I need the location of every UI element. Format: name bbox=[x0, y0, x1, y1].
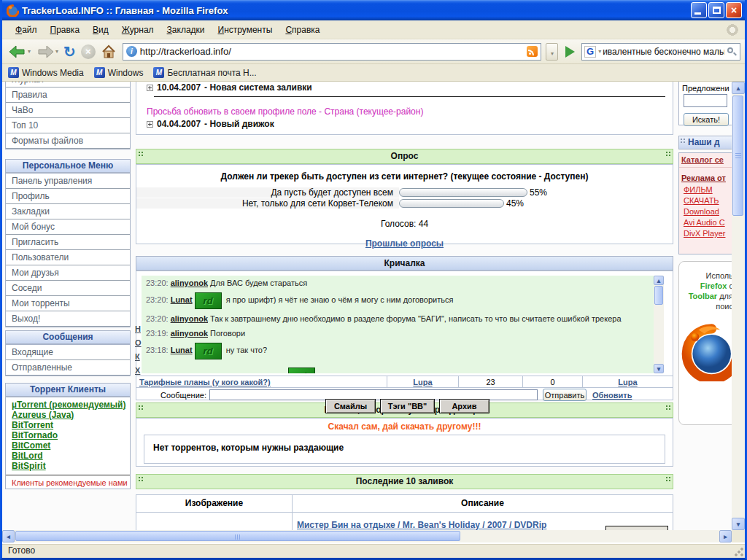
forward-button[interactable]: ▾ bbox=[34, 42, 60, 62]
sidebar-item[interactable]: Правила bbox=[6, 88, 130, 103]
resize-grip[interactable] bbox=[734, 547, 744, 557]
bookmark-item[interactable]: M Windows bbox=[94, 67, 144, 78]
bb-tags-button[interactable]: Тэги "BB" bbox=[380, 399, 435, 413]
menu-item[interactable]: Журнал bbox=[116, 23, 160, 37]
suggest-input[interactable] bbox=[684, 94, 727, 107]
sidebar-item[interactable]: Мой бонус bbox=[6, 219, 130, 235]
torrent-client-link[interactable]: BitTorrent bbox=[6, 421, 130, 431]
clipped-link[interactable]: Х bbox=[135, 366, 142, 380]
chat-user-link[interactable]: Lunat bbox=[171, 295, 193, 304]
clipped-link[interactable]: О bbox=[135, 338, 142, 352]
sidebar-item[interactable]: Соседи bbox=[6, 281, 130, 296]
sidebar-item[interactable]: Отправленные bbox=[6, 360, 130, 376]
sidebar-item[interactable]: Пользователи bbox=[6, 250, 130, 265]
go-button[interactable] bbox=[560, 42, 579, 61]
refresh-link[interactable]: Обновить bbox=[592, 391, 632, 400]
url-bar[interactable]: i bbox=[123, 43, 541, 61]
chat-scroll-thumb[interactable] bbox=[654, 286, 663, 305]
news-title[interactable]: - Новая система заливки bbox=[204, 82, 312, 93]
rss-feed-icon[interactable] bbox=[527, 46, 538, 57]
ad-link[interactable]: Avi Audio C bbox=[679, 217, 732, 228]
search-bar[interactable]: G ▾ bbox=[581, 43, 740, 61]
sidebar-item[interactable]: Форматы файлов bbox=[6, 133, 130, 149]
topic-user-link[interactable]: Lupa bbox=[413, 378, 432, 386]
back-button[interactable]: ▾ bbox=[7, 42, 32, 62]
ad-link[interactable]: ФИЛЬМ bbox=[679, 184, 732, 195]
chat-scroll-up-icon[interactable]: ▴ bbox=[654, 276, 664, 285]
firefox-promo-box[interactable]: Исполь Firefox с Toolbar для поис bbox=[678, 261, 732, 425]
sidebar-item[interactable]: Входящие bbox=[6, 345, 130, 360]
minimize-button[interactable] bbox=[691, 2, 707, 18]
sidebar-item[interactable]: Топ 10 bbox=[6, 118, 130, 133]
menu-item[interactable]: Правка bbox=[44, 23, 86, 37]
menu-item[interactable]: Инструменты bbox=[212, 23, 279, 37]
sidebar-item[interactable]: Мои друзья bbox=[6, 265, 130, 281]
clipped-link[interactable]: Н bbox=[135, 324, 142, 338]
scroll-down-icon[interactable]: ▾ bbox=[732, 518, 745, 530]
chat-scrollbar[interactable]: ▴ ▾ bbox=[654, 276, 664, 373]
expand-icon[interactable] bbox=[147, 85, 153, 91]
past-polls-link[interactable]: Прошлые опросы bbox=[365, 238, 444, 249]
menu-item[interactable]: Справка bbox=[279, 23, 325, 37]
google-engine-icon[interactable]: G bbox=[584, 46, 596, 58]
sidebar-item[interactable]: ЧаВо bbox=[6, 103, 130, 118]
chat-user-link[interactable]: Lunat bbox=[171, 346, 193, 354]
sidebar-item[interactable]: Мои торренты bbox=[6, 296, 130, 311]
bookmark-item[interactable]: M Бесплатная почта Н... bbox=[153, 67, 256, 78]
torrent-client-link[interactable]: BitLord bbox=[6, 451, 130, 462]
maximize-button[interactable] bbox=[708, 2, 724, 18]
bookmark-item[interactable]: M Windows Media bbox=[8, 67, 84, 78]
forward-dropdown-icon[interactable]: ▾ bbox=[55, 48, 58, 55]
engine-dropdown-icon[interactable]: ▾ bbox=[598, 48, 601, 55]
title-bar[interactable]: TrackerLoad.INFO :: Главная - Mozilla Fi… bbox=[0, 0, 747, 20]
torrent-client-link[interactable]: Azureus (Java) bbox=[6, 411, 130, 421]
menu-item[interactable]: Файл bbox=[9, 23, 43, 37]
ad-link[interactable]: СКАЧАТЬ bbox=[679, 195, 732, 206]
torrent-client-link[interactable]: BitTornado bbox=[6, 431, 130, 441]
site-info-icon[interactable]: i bbox=[126, 46, 137, 57]
topic-link[interactable]: Тарифные планы (у кого какой?) bbox=[139, 378, 271, 386]
menu-item[interactable]: Вид bbox=[87, 23, 115, 37]
chat-user-link[interactable]: alinyonok bbox=[171, 279, 208, 287]
vertical-scrollbar[interactable]: ▴ ▾ bbox=[732, 82, 745, 530]
clipped-link[interactable]: К bbox=[135, 352, 142, 366]
home-button[interactable] bbox=[99, 42, 118, 62]
chat-user-link[interactable]: alinyonok bbox=[171, 314, 208, 323]
sidebar-item[interactable]: Пригласить bbox=[6, 235, 130, 250]
url-dropdown-button[interactable]: ▾ bbox=[546, 43, 558, 61]
torrent-client-link[interactable]: BitComet bbox=[6, 441, 130, 451]
horizontal-scroll-thumb[interactable] bbox=[15, 531, 460, 541]
horizontal-scrollbar[interactable]: ◂ ▸ bbox=[2, 530, 732, 542]
chat-scroll-down-icon[interactable]: ▾ bbox=[654, 364, 664, 373]
search-icon[interactable] bbox=[726, 46, 738, 58]
torrent-client-link[interactable]: BitSpirit bbox=[6, 462, 130, 472]
catalog-link[interactable]: Каталог се bbox=[679, 153, 732, 168]
back-dropdown-icon[interactable]: ▾ bbox=[28, 48, 31, 55]
suggest-search-button[interactable]: Искать! bbox=[684, 113, 729, 126]
expand-icon[interactable] bbox=[147, 121, 153, 128]
smilies-button[interactable]: Смайлы bbox=[325, 399, 376, 413]
scroll-right-icon[interactable]: ▸ bbox=[719, 530, 732, 542]
scroll-left-icon[interactable]: ◂ bbox=[2, 530, 15, 542]
sidebar-item[interactable]: Выход! bbox=[6, 311, 130, 327]
vertical-scroll-thumb[interactable] bbox=[732, 96, 743, 216]
stop-button[interactable]: × bbox=[80, 42, 97, 62]
topic-last-user-link[interactable]: Lupa bbox=[618, 378, 637, 386]
archive-button[interactable]: Архив bbox=[439, 399, 489, 413]
menu-item[interactable]: Закладки bbox=[161, 23, 211, 37]
sidebar-item[interactable]: Журнал bbox=[6, 82, 130, 88]
scroll-up-icon[interactable]: ▴ bbox=[732, 82, 745, 94]
sidebar-item[interactable]: Профиль bbox=[6, 189, 130, 204]
reload-button[interactable]: ↻ bbox=[62, 42, 77, 62]
url-input[interactable] bbox=[140, 46, 524, 57]
torrent-client-link[interactable]: µTorrent (рекомендуемый) bbox=[6, 400, 130, 411]
chat-user-link[interactable]: alinyonok bbox=[171, 329, 208, 338]
news-title[interactable]: - Новый движок bbox=[204, 119, 274, 129]
ad-link[interactable]: DivX Player bbox=[679, 228, 732, 239]
web-search-input[interactable] bbox=[603, 47, 724, 57]
sidebar-item[interactable]: Закладки bbox=[6, 204, 130, 219]
ad-link[interactable]: Download bbox=[679, 206, 732, 217]
sidebar-item[interactable]: Панель управления bbox=[6, 174, 130, 189]
release-link[interactable]: Мистер Бин на отдыхе / Mr. Bean's Holida… bbox=[297, 520, 546, 530]
close-button[interactable]: × bbox=[726, 2, 742, 18]
